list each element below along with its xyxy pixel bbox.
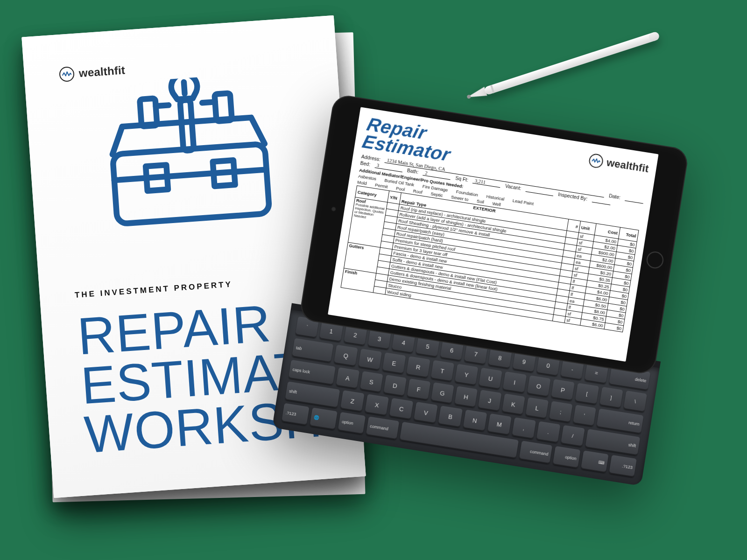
key[interactable]: [ <box>575 383 599 405</box>
key[interactable]: , <box>512 417 536 439</box>
key[interactable]: V <box>414 402 438 424</box>
col-total: Total <box>619 227 639 242</box>
repair-cell: Stucco <box>386 281 555 315</box>
ipad-with-keyboard: ` 1 2 3 4 5 6 7 8 9 0 - = delete tab Q W… <box>273 92 722 487</box>
key[interactable]: J <box>478 390 501 411</box>
key[interactable]: O <box>527 375 550 397</box>
unit-cell: sf <box>573 265 590 273</box>
key[interactable]: B <box>438 406 463 427</box>
key-capslock[interactable]: caps lock <box>289 360 336 385</box>
cost-cell: $0.35 <box>587 274 613 284</box>
key[interactable]: Y <box>455 364 479 386</box>
repair-cell: Roof repair/patch (easy) <box>395 224 564 257</box>
brand-mark-icon <box>588 153 604 169</box>
key-keyboard-icon[interactable]: ⌨ <box>581 450 609 473</box>
total-cell: $0 <box>609 290 629 300</box>
key-globe[interactable]: 🌐 <box>310 407 338 430</box>
category-cell: Gutters <box>344 242 381 273</box>
key[interactable]: I <box>503 371 527 393</box>
key[interactable]: ] <box>599 387 623 409</box>
col-category: Category <box>355 186 389 203</box>
key[interactable]: E <box>382 352 406 374</box>
total-cell: $0 <box>611 278 631 287</box>
table-row: Rollover (add a layer of shingles) - arc… <box>353 203 636 254</box>
sheet-brand: wealthfit <box>588 150 650 176</box>
unit-cell: lf <box>570 284 586 293</box>
key[interactable]: . <box>536 421 560 443</box>
stylus-pencil <box>465 28 660 105</box>
cost-cell: $2.00 <box>592 241 618 252</box>
tags-row-1: Asbestos Buried Oil Tank Fire Damage Fou… <box>358 174 641 224</box>
repair-cell: Soffit - demo & install new <box>390 256 559 289</box>
unit-cell: ea <box>568 297 585 306</box>
unit-cell: sf <box>577 239 593 248</box>
key[interactable]: M <box>487 413 512 435</box>
yn-cell <box>378 254 391 262</box>
key-numswitch[interactable]: .?123 <box>282 403 310 426</box>
key-numswitch-right[interactable]: .?123 <box>609 455 637 477</box>
table-row: Premium for 3 layer tear offsf$0.35$0 <box>348 236 631 287</box>
key[interactable]: S <box>359 371 383 392</box>
key[interactable]: Z <box>340 390 365 412</box>
yn-cell <box>375 273 388 282</box>
key[interactable]: W <box>358 349 382 371</box>
unit-cell: sf <box>578 232 594 241</box>
key[interactable]: K <box>502 393 525 415</box>
qty-cell <box>556 295 569 304</box>
cost-cell: $0.25 <box>586 280 612 290</box>
svg-line-7 <box>202 102 215 103</box>
tag: Septic <box>430 191 444 198</box>
svg-rect-8 <box>180 100 194 151</box>
svg-rect-0 <box>113 144 269 224</box>
key[interactable]: H <box>454 386 478 407</box>
key[interactable]: F <box>407 378 430 400</box>
key-option-left[interactable]: option <box>338 412 366 434</box>
yn-cell <box>381 235 395 243</box>
key[interactable]: C <box>389 398 414 420</box>
key[interactable]: / <box>561 425 585 447</box>
unit-cell: lf <box>569 291 585 300</box>
tag: Well <box>492 201 501 207</box>
yn-cell <box>376 267 389 275</box>
cost-cell: $0.50 <box>583 300 608 310</box>
key-command-right[interactable]: command <box>519 441 552 464</box>
key[interactable]: U <box>479 368 502 390</box>
table-row: Roof repair/patch (easy)ea$2.00$0 <box>351 217 634 267</box>
key-command-left[interactable]: command <box>366 416 400 440</box>
key[interactable]: X <box>365 394 389 416</box>
key-tab[interactable]: tab <box>292 338 334 363</box>
table-row: RoofPossible additional inspection. Quot… <box>354 197 637 248</box>
home-button[interactable] <box>645 251 664 270</box>
key[interactable]: ' <box>573 405 596 426</box>
key[interactable]: ; <box>549 401 572 422</box>
sheet-title: Repair Estimator <box>360 115 457 163</box>
key[interactable]: D <box>383 375 407 396</box>
total-cell: $0 <box>604 323 624 332</box>
repair-cell: Gutters & downspouts - demo & install ne… <box>388 269 557 302</box>
total-cell: $0 <box>607 303 627 313</box>
key[interactable]: L <box>525 397 549 419</box>
category-cell: Finish <box>341 268 376 293</box>
table-row: Gutters & downspouts - demo & install ne… <box>345 255 628 306</box>
table-row: Wood sidingsf$6.00$0 <box>341 281 624 332</box>
repair-cell: Premium for 3 layer tear off <box>392 243 561 276</box>
key[interactable]: R <box>406 356 430 378</box>
key-return[interactable]: return <box>596 408 643 434</box>
key[interactable]: N <box>463 410 487 432</box>
table-row: Soffit - demo & install newlf$4.00$0 <box>346 249 629 300</box>
key-option-right[interactable]: option <box>553 446 581 469</box>
tag: Foundation <box>456 189 479 197</box>
key[interactable]: Q <box>334 345 358 367</box>
yn-cell <box>382 228 395 237</box>
key[interactable]: T <box>430 360 454 382</box>
key[interactable]: P <box>551 379 575 401</box>
key[interactable]: \ <box>623 391 647 413</box>
tag: Lead Paint <box>512 198 534 206</box>
table-row: FinishDemo existing finishing materiallf… <box>343 268 626 319</box>
total-cell: $0 <box>608 297 628 306</box>
label-sqft: Sq Ft: <box>455 175 469 182</box>
toolbox-illustration <box>60 70 317 235</box>
total-cell: $0 <box>614 258 634 267</box>
key[interactable]: G <box>430 382 454 404</box>
key[interactable]: A <box>336 367 359 389</box>
